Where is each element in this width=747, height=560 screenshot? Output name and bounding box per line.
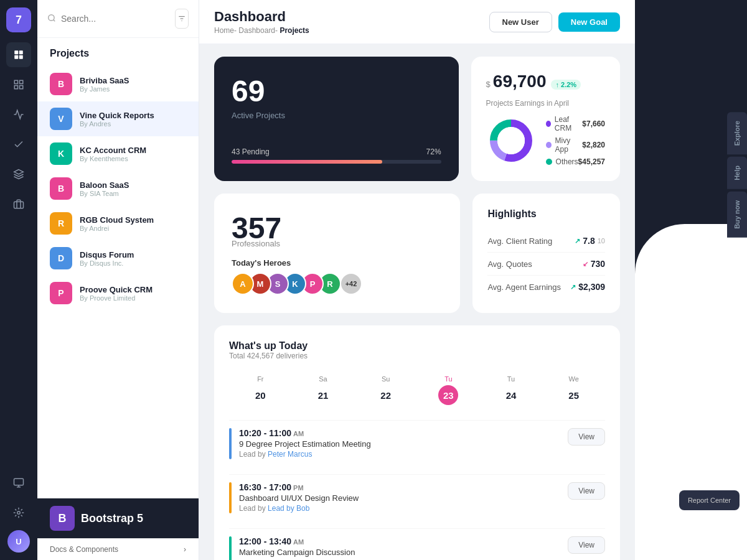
event-content: 10:20 - 11:00AM 9 Degree Project Estimat… xyxy=(239,428,560,459)
nav-layers[interactable] xyxy=(6,162,31,187)
highlight-row: Avg. Client Rating ↗ 7.8 10 xyxy=(487,230,605,253)
legend-item: Leaf CRM $7,660 xyxy=(546,115,605,133)
project-item-disqus[interactable]: D Disqus Forum By Disqus Inc. xyxy=(37,241,199,276)
sidebar-footer[interactable]: B Bootstrap 5 xyxy=(37,498,199,538)
filter-button[interactable] xyxy=(175,9,189,29)
nav-chart[interactable] xyxy=(6,102,31,127)
highlight-value: ↗ $2,309 xyxy=(570,282,605,292)
sidebar-title: Projects xyxy=(37,38,199,64)
day-name: Sa xyxy=(294,375,352,383)
svg-rect-2 xyxy=(14,55,18,59)
pending-pct: 72% xyxy=(426,147,441,156)
calendar-day[interactable]: Tu 24 xyxy=(480,370,543,410)
calendar-day[interactable]: Sa 21 xyxy=(292,370,355,410)
svg-rect-6 xyxy=(14,86,17,89)
project-name: Baloon SaaS xyxy=(80,180,186,190)
tab-explore[interactable]: Explore xyxy=(727,112,747,154)
docs-link[interactable]: Docs & Components › xyxy=(37,538,199,560)
highlight-label: Avg. Agent Earnings xyxy=(487,282,561,292)
calendar-day[interactable]: Tu 23 xyxy=(417,370,480,410)
earnings-body: Leaf CRM $7,660 Mivy App $2,820 Others $… xyxy=(486,115,605,166)
day-number: 24 xyxy=(501,385,521,405)
professionals-card: 357 Professionals Today's Heroes AMSKPR+… xyxy=(214,194,460,313)
svg-rect-5 xyxy=(20,80,23,83)
highlight-value: ↗ 7.8 10 xyxy=(575,236,605,246)
project-info: Briviba SaaS By James xyxy=(80,76,186,93)
nav-monitor[interactable] xyxy=(6,470,31,495)
event-lead-link[interactable]: Peter Marcus xyxy=(268,450,312,459)
event-lead: Lead by Lead by Bob xyxy=(239,504,560,513)
calendar-days: Fr 20 Sa 21 Su 22 Tu 23 Tu 24 We 25 xyxy=(229,370,605,410)
user-avatar[interactable]: U xyxy=(7,530,30,553)
legend-name: Leaf CRM xyxy=(555,115,582,133)
event-lead-link[interactable]: Lead by Bob xyxy=(268,504,309,513)
trend-up-icon: ↗ xyxy=(570,283,576,291)
calendar-day[interactable]: Fr 20 xyxy=(229,370,292,410)
project-author: By Disqus Inc. xyxy=(80,259,186,267)
event-view-button[interactable]: View xyxy=(568,428,605,446)
search-input[interactable] xyxy=(61,14,170,24)
legend-name: Others xyxy=(556,157,578,166)
project-name: Vine Quick Reports xyxy=(80,111,186,120)
event-item: 16:30 - 17:00PM Dashboard UI/UX Design R… xyxy=(229,474,605,521)
right-panel: Explore Help Buy now Report Center xyxy=(635,0,747,560)
tab-buy-now[interactable]: Buy now xyxy=(727,192,747,238)
progress-row: 43 Pending 72% xyxy=(232,147,441,164)
report-center-button[interactable]: Report Center xyxy=(679,490,740,510)
project-icon: D xyxy=(50,247,72,269)
legend-value: $2,820 xyxy=(582,141,605,149)
project-item-vine[interactable]: V Vine Quick Reports By Andres xyxy=(37,101,199,136)
project-info: RGB Cloud System By Andrei xyxy=(80,215,186,232)
calendar-title: What's up Today xyxy=(229,340,605,352)
new-user-button[interactable]: New User xyxy=(489,12,552,32)
highlight-row: Avg. Quotes ↙ 730 xyxy=(487,253,605,276)
calendar-day[interactable]: Su 22 xyxy=(354,370,417,410)
event-time: 10:20 - 11:00AM xyxy=(239,428,560,438)
project-item-briviba[interactable]: B Briviba SaaS By James xyxy=(37,67,199,101)
event-title: 9 Degree Project Estimation Meeting xyxy=(239,439,560,449)
day-number: 21 xyxy=(313,385,333,405)
earnings-amount: 69,700 xyxy=(493,72,547,91)
nav-dashboard[interactable] xyxy=(6,42,31,67)
event-view-button[interactable]: View xyxy=(568,536,605,554)
project-author: By Proove Limited xyxy=(80,294,186,302)
nav-grid[interactable] xyxy=(6,72,31,97)
tab-help[interactable]: Help xyxy=(727,157,747,189)
legend-item: Mivy App $2,820 xyxy=(546,136,605,154)
svg-point-14 xyxy=(49,14,54,20)
mid-row: 357 Professionals Today's Heroes AMSKPR+… xyxy=(214,194,620,313)
nav-briefcase[interactable] xyxy=(6,192,31,217)
trend-up-icon: ↗ xyxy=(575,237,580,245)
project-name: Proove Quick CRM xyxy=(80,285,186,294)
project-item-baloon[interactable]: B Baloon SaaS By SIA Team xyxy=(37,171,199,206)
legend-dot xyxy=(546,121,551,127)
day-number: 23 xyxy=(438,385,458,405)
project-item-kc[interactable]: K KC Account CRM By Keenthemes xyxy=(37,136,199,171)
svg-rect-3 xyxy=(19,55,23,59)
search-icon xyxy=(47,14,56,24)
highlight-value: ↙ 730 xyxy=(583,259,605,269)
active-projects-label: Active Projects xyxy=(232,111,441,120)
nav-check[interactable] xyxy=(6,132,31,157)
legend-value: $7,660 xyxy=(582,119,605,128)
nav-apps[interactable] xyxy=(6,500,31,525)
event-item: 10:20 - 11:00AM 9 Degree Project Estimat… xyxy=(229,420,605,467)
svg-rect-10 xyxy=(14,478,24,485)
more-avatars: +42 xyxy=(340,273,362,295)
bootstrap-icon: B xyxy=(50,506,75,531)
sidebar: Projects B Briviba SaaS By James V Vine … xyxy=(37,0,199,560)
event-title: Marketing Campaign Discussion xyxy=(239,548,560,557)
app-avatar[interactable]: 7 xyxy=(6,7,31,32)
project-info: Baloon SaaS By SIA Team xyxy=(80,180,186,197)
project-author: By SIA Team xyxy=(80,190,186,197)
event-view-button[interactable]: View xyxy=(568,482,605,500)
active-projects-number: 69 xyxy=(232,74,441,108)
new-goal-button[interactable]: New Goal xyxy=(558,12,620,32)
breadcrumb-active: Projects xyxy=(280,26,309,35)
highlights-title: Highlights xyxy=(487,208,605,220)
project-author: By Andrei xyxy=(80,225,186,232)
project-item-rgb[interactable]: R RGB Cloud System By Andrei xyxy=(37,206,199,241)
calendar-day[interactable]: We 25 xyxy=(542,370,605,410)
project-item-proove[interactable]: P Proove Quick CRM By Proove Limited xyxy=(37,276,199,310)
highlight-label: Avg. Client Rating xyxy=(487,236,552,246)
